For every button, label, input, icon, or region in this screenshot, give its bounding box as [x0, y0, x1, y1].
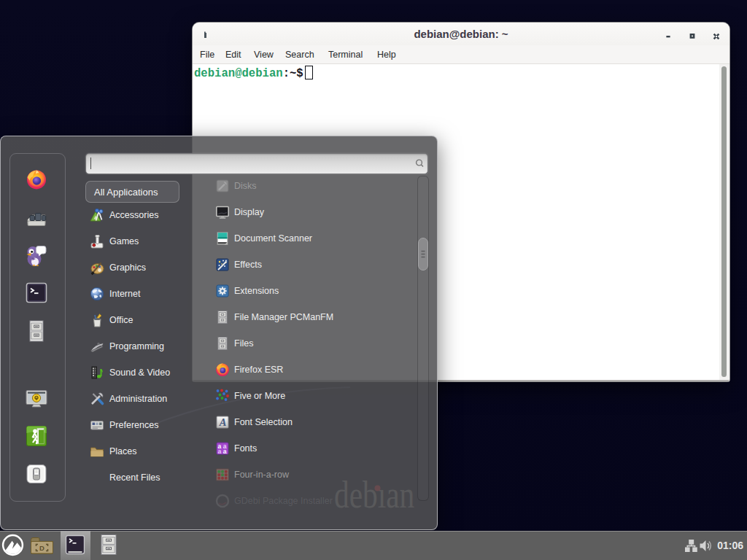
- svg-text:D: D: [39, 544, 44, 552]
